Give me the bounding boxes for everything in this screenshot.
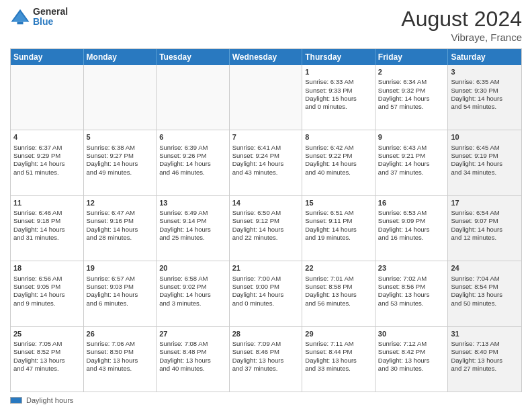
day-info: Sunrise: 6:45 AM Sunset: 9:19 PM Dayligh… <box>451 144 519 177</box>
day-number: 10 <box>451 132 519 142</box>
calendar-cell: 24Sunrise: 7:04 AM Sunset: 8:54 PM Dayli… <box>448 261 521 326</box>
day-number: 28 <box>232 329 300 338</box>
day-number: 7 <box>232 132 300 142</box>
calendar-cell <box>84 65 157 130</box>
day-info: Sunrise: 6:42 AM Sunset: 9:22 PM Dayligh… <box>305 144 372 177</box>
day-number: 13 <box>159 198 226 208</box>
calendar-cell: 28Sunrise: 7:09 AM Sunset: 8:46 PM Dayli… <box>230 327 303 392</box>
calendar-row: 25Sunrise: 7:05 AM Sunset: 8:52 PM Dayli… <box>11 326 521 392</box>
day-info: Sunrise: 6:46 AM Sunset: 9:18 PM Dayligh… <box>13 209 81 242</box>
calendar-cell: 30Sunrise: 7:12 AM Sunset: 8:42 PM Dayli… <box>375 327 449 392</box>
calendar-row: 4Sunrise: 6:37 AM Sunset: 9:29 PM Daylig… <box>11 130 521 195</box>
day-number: 14 <box>232 198 300 208</box>
day-number: 9 <box>378 132 445 142</box>
day-info: Sunrise: 7:09 AM Sunset: 8:46 PM Dayligh… <box>232 340 300 373</box>
day-info: Sunrise: 6:38 AM Sunset: 9:27 PM Dayligh… <box>87 144 154 177</box>
calendar-cell: 5Sunrise: 6:38 AM Sunset: 9:27 PM Daylig… <box>84 130 157 195</box>
svg-rect-2 <box>17 22 24 25</box>
month-title: August 2024 <box>401 7 522 32</box>
title-block: August 2024 Vibraye, France <box>401 7 522 43</box>
day-number: 27 <box>159 329 226 338</box>
day-number: 23 <box>378 263 445 273</box>
calendar-cell <box>230 65 303 130</box>
header-cell-friday: Friday <box>375 49 449 65</box>
day-info: Sunrise: 6:41 AM Sunset: 9:24 PM Dayligh… <box>232 144 300 177</box>
day-info: Sunrise: 7:01 AM Sunset: 8:58 PM Dayligh… <box>305 275 372 308</box>
day-info: Sunrise: 7:11 AM Sunset: 8:44 PM Dayligh… <box>305 340 372 373</box>
day-number: 24 <box>451 263 519 273</box>
location: Vibraye, France <box>401 32 522 43</box>
day-number: 19 <box>87 263 154 273</box>
day-number: 30 <box>378 329 445 338</box>
day-info: Sunrise: 6:43 AM Sunset: 9:21 PM Dayligh… <box>378 144 445 177</box>
day-number: 16 <box>378 198 445 208</box>
calendar-cell: 7Sunrise: 6:41 AM Sunset: 9:24 PM Daylig… <box>230 130 303 195</box>
day-number: 22 <box>305 263 372 273</box>
logo-icon <box>10 7 30 27</box>
calendar-cell: 19Sunrise: 6:57 AM Sunset: 9:03 PM Dayli… <box>84 261 157 326</box>
calendar-cell: 2Sunrise: 6:34 AM Sunset: 9:32 PM Daylig… <box>375 65 449 130</box>
day-number: 3 <box>451 67 519 77</box>
day-number: 25 <box>13 329 81 338</box>
day-info: Sunrise: 6:35 AM Sunset: 9:30 PM Dayligh… <box>451 78 519 111</box>
calendar-cell: 11Sunrise: 6:46 AM Sunset: 9:18 PM Dayli… <box>11 196 84 261</box>
calendar-cell: 6Sunrise: 6:39 AM Sunset: 9:26 PM Daylig… <box>157 130 230 195</box>
day-number: 6 <box>159 132 226 142</box>
logo: General Blue <box>10 7 68 28</box>
day-number: 1 <box>305 67 372 77</box>
calendar-cell: 10Sunrise: 6:45 AM Sunset: 9:19 PM Dayli… <box>448 130 521 195</box>
header-cell-thursday: Thursday <box>302 49 375 65</box>
calendar-cell: 17Sunrise: 6:54 AM Sunset: 9:07 PM Dayli… <box>448 196 521 261</box>
day-number: 26 <box>87 329 154 338</box>
header-cell-saturday: Saturday <box>448 49 521 65</box>
day-info: Sunrise: 6:39 AM Sunset: 9:26 PM Dayligh… <box>159 144 226 177</box>
day-info: Sunrise: 6:50 AM Sunset: 9:12 PM Dayligh… <box>232 209 300 242</box>
day-number: 31 <box>451 329 519 338</box>
calendar-row: 11Sunrise: 6:46 AM Sunset: 9:18 PM Dayli… <box>11 195 521 261</box>
calendar-row: 1Sunrise: 6:33 AM Sunset: 9:33 PM Daylig… <box>11 65 521 130</box>
day-number: 20 <box>159 263 226 273</box>
day-info: Sunrise: 7:00 AM Sunset: 9:00 PM Dayligh… <box>232 275 300 308</box>
calendar-cell <box>11 65 84 130</box>
footer: Daylight hours <box>10 396 522 404</box>
calendar-cell: 16Sunrise: 6:53 AM Sunset: 9:09 PM Dayli… <box>375 196 449 261</box>
day-info: Sunrise: 6:49 AM Sunset: 9:14 PM Dayligh… <box>159 209 226 242</box>
day-info: Sunrise: 6:58 AM Sunset: 9:02 PM Dayligh… <box>159 275 226 308</box>
day-info: Sunrise: 7:08 AM Sunset: 8:48 PM Dayligh… <box>159 340 226 373</box>
day-number: 21 <box>232 263 300 273</box>
day-info: Sunrise: 7:05 AM Sunset: 8:52 PM Dayligh… <box>13 340 81 373</box>
logo-blue: Blue <box>33 17 68 27</box>
calendar-cell: 4Sunrise: 6:37 AM Sunset: 9:29 PM Daylig… <box>11 130 84 195</box>
calendar-cell: 14Sunrise: 6:50 AM Sunset: 9:12 PM Dayli… <box>230 196 303 261</box>
calendar-cell: 26Sunrise: 7:06 AM Sunset: 8:50 PM Dayli… <box>84 327 157 392</box>
day-number: 11 <box>13 198 81 208</box>
day-number: 12 <box>87 198 154 208</box>
header-cell-sunday: Sunday <box>11 49 84 65</box>
calendar-cell: 20Sunrise: 6:58 AM Sunset: 9:02 PM Dayli… <box>157 261 230 326</box>
logo-text: General Blue <box>33 7 68 28</box>
day-info: Sunrise: 7:12 AM Sunset: 8:42 PM Dayligh… <box>378 340 445 373</box>
calendar-cell: 9Sunrise: 6:43 AM Sunset: 9:21 PM Daylig… <box>375 130 449 195</box>
calendar-cell <box>157 65 230 130</box>
day-info: Sunrise: 6:56 AM Sunset: 9:05 PM Dayligh… <box>13 275 81 308</box>
header: General Blue August 2024 Vibraye, France <box>10 7 522 43</box>
day-info: Sunrise: 7:04 AM Sunset: 8:54 PM Dayligh… <box>451 275 519 308</box>
calendar-cell: 22Sunrise: 7:01 AM Sunset: 8:58 PM Dayli… <box>302 261 375 326</box>
calendar-cell: 3Sunrise: 6:35 AM Sunset: 9:30 PM Daylig… <box>448 65 521 130</box>
calendar-cell: 23Sunrise: 7:02 AM Sunset: 8:56 PM Dayli… <box>375 261 449 326</box>
logo-general: General <box>33 7 68 17</box>
calendar: SundayMondayTuesdayWednesdayThursdayFrid… <box>10 48 522 392</box>
day-info: Sunrise: 6:57 AM Sunset: 9:03 PM Dayligh… <box>87 275 154 308</box>
day-number: 18 <box>13 263 81 273</box>
calendar-cell: 31Sunrise: 7:13 AM Sunset: 8:40 PM Dayli… <box>448 327 521 392</box>
calendar-cell: 27Sunrise: 7:08 AM Sunset: 8:48 PM Dayli… <box>157 327 230 392</box>
day-number: 15 <box>305 198 372 208</box>
header-cell-tuesday: Tuesday <box>157 49 230 65</box>
calendar-cell: 29Sunrise: 7:11 AM Sunset: 8:44 PM Dayli… <box>302 327 375 392</box>
calendar-row: 18Sunrise: 6:56 AM Sunset: 9:05 PM Dayli… <box>11 261 521 326</box>
day-number: 17 <box>451 198 519 208</box>
page: General Blue August 2024 Vibraye, France… <box>0 0 532 411</box>
day-info: Sunrise: 7:02 AM Sunset: 8:56 PM Dayligh… <box>378 275 445 308</box>
day-number: 8 <box>305 132 372 142</box>
day-info: Sunrise: 6:47 AM Sunset: 9:16 PM Dayligh… <box>87 209 154 242</box>
